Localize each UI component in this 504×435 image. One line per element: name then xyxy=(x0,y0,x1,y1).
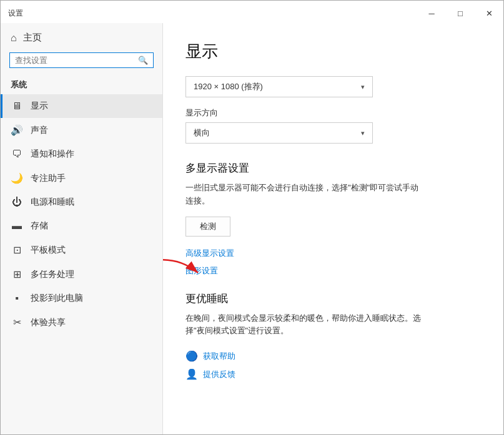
sidebar-item-notifications[interactable]: 🗨 通知和操作 xyxy=(1,142,162,166)
sidebar-item-share-label: 体验共享 xyxy=(31,317,66,328)
sidebar-item-display[interactable]: 🖥 显示 xyxy=(1,94,162,118)
sidebar-item-power[interactable]: ⏻ 电源和睡眠 xyxy=(1,190,162,214)
sidebar-item-focus[interactable]: 🌙 专注助手 xyxy=(1,166,162,190)
window-title: 设置 xyxy=(8,8,23,19)
detect-button[interactable]: 检测 xyxy=(185,217,230,237)
project-icon: ▪ xyxy=(11,293,23,304)
orientation-label: 显示方向 xyxy=(185,107,481,119)
storage-icon: ▬ xyxy=(11,220,23,232)
window-controls: ─ □ ✕ xyxy=(417,6,503,21)
multi-display-desc: 一些旧式显示器可能不会进行自动连接，选择"检测"即可尝试手动连接。 xyxy=(185,182,423,208)
graphics-link[interactable]: 图形设置 xyxy=(185,265,481,276)
home-icon: ⌂ xyxy=(11,32,17,44)
sidebar: ⌂ 主页 🔍 系统 🖥 显示 🔊 声音 🗨 通知和操作 xyxy=(1,23,163,434)
night-light-desc: 在晚间，夜间模式会显示较柔和的暖色，帮助你进入睡眠状态。选择"夜间模式设置"进行… xyxy=(185,312,423,338)
help-label: 获取帮助 xyxy=(203,351,235,362)
tablet-icon: ⊡ xyxy=(11,244,23,256)
close-button[interactable]: ✕ xyxy=(475,2,503,24)
sidebar-item-share[interactable]: ✂ 体验共享 xyxy=(1,310,162,335)
advanced-display-link[interactable]: 高级显示设置 xyxy=(185,248,481,259)
titlebar: 设置 ─ □ ✕ xyxy=(1,1,503,23)
sidebar-item-display-label: 显示 xyxy=(31,100,48,112)
sidebar-item-focus-label: 专注助手 xyxy=(31,173,66,184)
focus-icon: 🌙 xyxy=(11,172,23,184)
share-icon: ✂ xyxy=(11,316,23,328)
settings-window: 设置 ─ □ ✕ ⌂ 主页 🔍 系统 🖥 显示 xyxy=(0,0,504,435)
orientation-dropdown[interactable]: 横向 ▾ xyxy=(185,122,373,144)
orientation-group: 显示方向 横向 ▾ xyxy=(185,107,481,144)
links-section: 高级显示设置 图形设置 xyxy=(185,248,481,276)
orientation-value: 横向 xyxy=(194,127,210,139)
multitask-icon: ⊞ xyxy=(11,268,23,280)
help-link-item[interactable]: 🔵 获取帮助 xyxy=(185,350,481,362)
sidebar-section-label: 系统 xyxy=(1,77,162,94)
search-icon: 🔍 xyxy=(138,56,148,65)
sidebar-item-multitask-label: 多任务处理 xyxy=(31,269,74,280)
search-input[interactable] xyxy=(15,56,138,65)
sidebar-home[interactable]: ⌂ 主页 xyxy=(1,23,162,50)
sidebar-item-storage[interactable]: ▬ 存储 xyxy=(1,214,162,238)
resolution-value: 1920 × 1080 (推荐) xyxy=(194,81,263,92)
sidebar-item-power-label: 电源和睡眠 xyxy=(31,197,74,208)
minimize-button[interactable]: ─ xyxy=(417,2,446,24)
content-area: 显示 1920 × 1080 (推荐) ▾ 显示方向 横向 ▾ 多显示器设置 一… xyxy=(163,23,503,434)
orientation-dropdown-arrow: ▾ xyxy=(361,129,365,137)
sidebar-item-tablet-label: 平板模式 xyxy=(31,245,66,256)
night-light-title: 更优睡眠 xyxy=(185,291,481,306)
home-label: 主页 xyxy=(23,32,42,44)
resolution-group: 1920 × 1080 (推荐) ▾ xyxy=(185,76,481,97)
multi-display-title: 多显示器设置 xyxy=(185,161,481,175)
sidebar-item-notifications-label: 通知和操作 xyxy=(31,149,74,160)
feedback-label: 提供反馈 xyxy=(203,369,235,380)
display-icon: 🖥 xyxy=(11,100,23,112)
help-icon: 🔵 xyxy=(185,350,198,362)
resolution-dropdown[interactable]: 1920 × 1080 (推荐) ▾ xyxy=(185,76,373,97)
power-icon: ⏻ xyxy=(11,197,23,208)
maximize-button[interactable]: □ xyxy=(446,2,475,24)
sidebar-item-sound[interactable]: 🔊 声音 xyxy=(1,118,162,142)
search-box[interactable]: 🔍 xyxy=(9,52,154,68)
main-layout: ⌂ 主页 🔍 系统 🖥 显示 🔊 声音 🗨 通知和操作 xyxy=(1,23,503,434)
page-title: 显示 xyxy=(185,41,481,62)
sidebar-item-multitask[interactable]: ⊞ 多任务处理 xyxy=(1,262,162,286)
resolution-dropdown-arrow: ▾ xyxy=(361,83,365,91)
sidebar-item-storage-label: 存储 xyxy=(31,220,48,232)
sidebar-item-sound-label: 声音 xyxy=(31,125,48,136)
sidebar-item-project-label: 投影到此电脑 xyxy=(31,293,83,304)
feedback-link-item[interactable]: 👤 提供反馈 xyxy=(185,368,481,380)
sidebar-item-tablet[interactable]: ⊡ 平板模式 xyxy=(1,238,162,262)
sidebar-item-project[interactable]: ▪ 投影到此电脑 xyxy=(1,286,162,310)
sound-icon: 🔊 xyxy=(11,124,23,136)
feedback-icon: 👤 xyxy=(185,368,198,380)
notifications-icon: 🗨 xyxy=(11,149,23,160)
footer-links: 🔵 获取帮助 👤 提供反馈 xyxy=(185,350,481,380)
